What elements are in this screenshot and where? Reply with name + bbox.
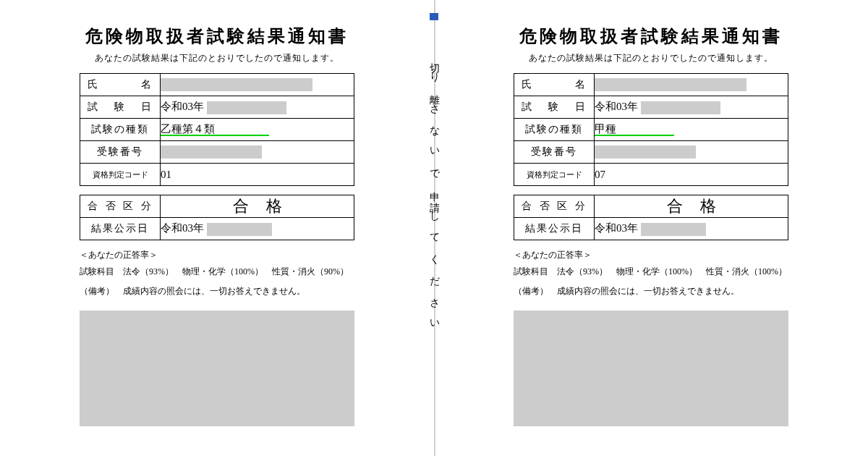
- info-table-2: 合否区分 合格 結果公示日 令和03年: [514, 195, 788, 240]
- exam-type-label: 試験の種類: [80, 119, 161, 141]
- exam-type-value: 乙種第４類: [161, 119, 354, 141]
- name-label: 氏名: [514, 74, 595, 96]
- exam-number-value: [161, 141, 354, 164]
- left-certificate: 危険物取扱者試験結果通知書 あなたの試験結果は下記のとおりでしたので通知します。…: [0, 0, 434, 456]
- exam-number-label: 受験番号: [514, 141, 595, 164]
- exam-type-value: 甲種: [595, 119, 788, 141]
- score-header: ＜あなたの正答率＞: [80, 249, 354, 261]
- note-line: （備考） 成績内容の照会には、一切お答えできません。: [514, 285, 788, 297]
- exam-number-label: 受験番号: [80, 141, 161, 164]
- redacted-block: [514, 311, 788, 426]
- page: 危険物取扱者試験結果通知書 あなたの試験結果は下記のとおりでしたので通知します。…: [0, 0, 868, 456]
- info-table-2: 合否区分 合格 結果公示日 令和03年: [80, 195, 354, 240]
- score-line: 試験科目 法令（93%） 物理・化学（100%） 性質・消火（100%）: [514, 266, 788, 278]
- publish-date-label: 結果公示日: [80, 218, 161, 240]
- document-subtitle: あなたの試験結果は下記のとおりでしたので通知します。: [514, 52, 788, 64]
- right-certificate: 危険物取扱者試験結果通知書 あなたの試験結果は下記のとおりでしたので通知します。…: [434, 0, 868, 456]
- publish-date-value: 令和03年: [595, 218, 788, 240]
- exam-date-value: 令和03年: [595, 96, 788, 119]
- exam-date-value: 令和03年: [161, 96, 354, 119]
- result-label: 合否区分: [514, 195, 595, 218]
- document-title: 危険物取扱者試験結果通知書: [514, 25, 788, 48]
- name-value: [161, 74, 354, 96]
- result-label: 合否区分: [80, 195, 161, 218]
- score-header: ＜あなたの正答率＞: [514, 249, 788, 261]
- info-table-1: 氏名 試験日 令和03年 試験の種類 甲種 受験番号 資格判定コード: [514, 73, 788, 186]
- perforation-instruction: 切り離さないで申請してください: [429, 55, 439, 334]
- name-value: [595, 74, 788, 96]
- perforation-mark-icon: [430, 13, 438, 20]
- qualification-code-label: 資格判定コード: [80, 164, 161, 186]
- redacted-block: [80, 311, 354, 426]
- note-line: （備考） 成績内容の照会には、一切お答えできません。: [80, 285, 354, 297]
- publish-date-value: 令和03年: [161, 218, 354, 240]
- exam-date-label: 試験日: [514, 96, 595, 119]
- document-title: 危険物取扱者試験結果通知書: [80, 25, 354, 48]
- info-table-1: 氏名 試験日 令和03年 試験の種類 乙種第４類 受験番号 資格判定コード: [80, 73, 354, 186]
- name-label: 氏名: [80, 74, 161, 96]
- document-subtitle: あなたの試験結果は下記のとおりでしたので通知します。: [80, 52, 354, 64]
- qualification-code-value: 07: [595, 164, 788, 186]
- qualification-code-label: 資格判定コード: [514, 164, 595, 186]
- result-value: 合格: [161, 195, 354, 218]
- publish-date-label: 結果公示日: [514, 218, 595, 240]
- exam-type-label: 試験の種類: [514, 119, 595, 141]
- exam-number-value: [595, 141, 788, 164]
- exam-date-label: 試験日: [80, 96, 161, 119]
- score-line: 試験科目 法令（93%） 物理・化学（100%） 性質・消火（90%）: [80, 266, 354, 278]
- result-value: 合格: [595, 195, 788, 218]
- qualification-code-value: 01: [161, 164, 354, 186]
